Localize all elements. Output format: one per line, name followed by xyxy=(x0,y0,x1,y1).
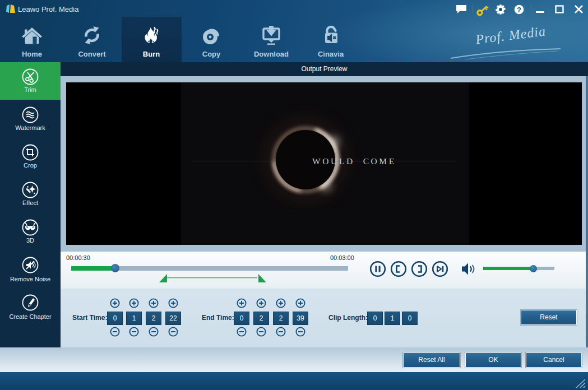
svg-text:?: ? xyxy=(517,6,521,14)
svg-text:WOULD COME: WOULD COME xyxy=(312,156,396,166)
